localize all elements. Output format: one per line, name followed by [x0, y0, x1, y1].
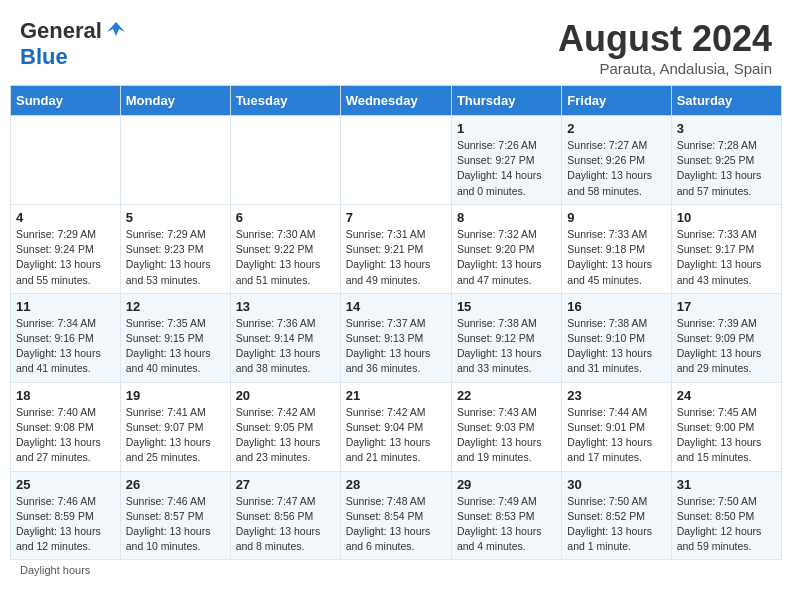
- day-info: Sunrise: 7:48 AMSunset: 8:54 PMDaylight:…: [346, 494, 446, 555]
- day-cell-12: 12Sunrise: 7:35 AMSunset: 9:15 PMDayligh…: [120, 293, 230, 382]
- day-info: Sunrise: 7:38 AMSunset: 9:12 PMDaylight:…: [457, 316, 556, 377]
- footer-note: Daylight hours: [10, 560, 782, 580]
- day-info: Sunrise: 7:42 AMSunset: 9:04 PMDaylight:…: [346, 405, 446, 466]
- logo: General: [20, 18, 127, 44]
- day-cell-22: 22Sunrise: 7:43 AMSunset: 9:03 PMDayligh…: [451, 382, 561, 471]
- day-cell-20: 20Sunrise: 7:42 AMSunset: 9:05 PMDayligh…: [230, 382, 340, 471]
- month-title: August 2024: [558, 18, 772, 60]
- day-number: 26: [126, 477, 225, 492]
- day-number: 23: [567, 388, 665, 403]
- weekday-header-wednesday: Wednesday: [340, 86, 451, 116]
- day-number: 6: [236, 210, 335, 225]
- day-info: Sunrise: 7:31 AMSunset: 9:21 PMDaylight:…: [346, 227, 446, 288]
- day-cell-30: 30Sunrise: 7:50 AMSunset: 8:52 PMDayligh…: [562, 471, 671, 560]
- day-cell-14: 14Sunrise: 7:37 AMSunset: 9:13 PMDayligh…: [340, 293, 451, 382]
- day-number: 17: [677, 299, 776, 314]
- svg-marker-0: [107, 22, 125, 36]
- day-number: 22: [457, 388, 556, 403]
- day-number: 15: [457, 299, 556, 314]
- day-info: Sunrise: 7:34 AMSunset: 9:16 PMDaylight:…: [16, 316, 115, 377]
- weekday-header-saturday: Saturday: [671, 86, 781, 116]
- day-cell-3: 3Sunrise: 7:28 AMSunset: 9:25 PMDaylight…: [671, 116, 781, 205]
- day-cell-11: 11Sunrise: 7:34 AMSunset: 9:16 PMDayligh…: [11, 293, 121, 382]
- day-number: 30: [567, 477, 665, 492]
- week-row-3: 11Sunrise: 7:34 AMSunset: 9:16 PMDayligh…: [11, 293, 782, 382]
- day-number: 14: [346, 299, 446, 314]
- day-cell-25: 25Sunrise: 7:46 AMSunset: 8:59 PMDayligh…: [11, 471, 121, 560]
- logo-area: General Blue: [20, 18, 127, 70]
- day-info: Sunrise: 7:46 AMSunset: 8:57 PMDaylight:…: [126, 494, 225, 555]
- day-cell-6: 6Sunrise: 7:30 AMSunset: 9:22 PMDaylight…: [230, 204, 340, 293]
- day-number: 29: [457, 477, 556, 492]
- day-info: Sunrise: 7:33 AMSunset: 9:17 PMDaylight:…: [677, 227, 776, 288]
- day-info: Sunrise: 7:38 AMSunset: 9:10 PMDaylight:…: [567, 316, 665, 377]
- day-cell-31: 31Sunrise: 7:50 AMSunset: 8:50 PMDayligh…: [671, 471, 781, 560]
- day-info: Sunrise: 7:42 AMSunset: 9:05 PMDaylight:…: [236, 405, 335, 466]
- day-number: 16: [567, 299, 665, 314]
- day-cell-18: 18Sunrise: 7:40 AMSunset: 9:08 PMDayligh…: [11, 382, 121, 471]
- day-cell-21: 21Sunrise: 7:42 AMSunset: 9:04 PMDayligh…: [340, 382, 451, 471]
- day-cell-23: 23Sunrise: 7:44 AMSunset: 9:01 PMDayligh…: [562, 382, 671, 471]
- weekday-header-row: SundayMondayTuesdayWednesdayThursdayFrid…: [11, 86, 782, 116]
- day-info: Sunrise: 7:32 AMSunset: 9:20 PMDaylight:…: [457, 227, 556, 288]
- day-number: 10: [677, 210, 776, 225]
- calendar-table: SundayMondayTuesdayWednesdayThursdayFrid…: [10, 85, 782, 560]
- week-row-1: 1Sunrise: 7:26 AMSunset: 9:27 PMDaylight…: [11, 116, 782, 205]
- week-row-2: 4Sunrise: 7:29 AMSunset: 9:24 PMDaylight…: [11, 204, 782, 293]
- title-area: August 2024 Parauta, Andalusia, Spain: [558, 18, 772, 77]
- weekday-header-thursday: Thursday: [451, 86, 561, 116]
- day-info: Sunrise: 7:50 AMSunset: 8:52 PMDaylight:…: [567, 494, 665, 555]
- weekday-header-friday: Friday: [562, 86, 671, 116]
- subtitle: Parauta, Andalusia, Spain: [558, 60, 772, 77]
- day-cell-16: 16Sunrise: 7:38 AMSunset: 9:10 PMDayligh…: [562, 293, 671, 382]
- day-cell-27: 27Sunrise: 7:47 AMSunset: 8:56 PMDayligh…: [230, 471, 340, 560]
- day-info: Sunrise: 7:29 AMSunset: 9:23 PMDaylight:…: [126, 227, 225, 288]
- day-info: Sunrise: 7:35 AMSunset: 9:15 PMDaylight:…: [126, 316, 225, 377]
- day-info: Sunrise: 7:40 AMSunset: 9:08 PMDaylight:…: [16, 405, 115, 466]
- day-info: Sunrise: 7:36 AMSunset: 9:14 PMDaylight:…: [236, 316, 335, 377]
- logo-bird: [105, 18, 127, 44]
- week-row-4: 18Sunrise: 7:40 AMSunset: 9:08 PMDayligh…: [11, 382, 782, 471]
- weekday-header-sunday: Sunday: [11, 86, 121, 116]
- day-number: 5: [126, 210, 225, 225]
- day-number: 27: [236, 477, 335, 492]
- day-number: 7: [346, 210, 446, 225]
- day-info: Sunrise: 7:33 AMSunset: 9:18 PMDaylight:…: [567, 227, 665, 288]
- logo-general: General: [20, 18, 102, 44]
- day-cell-2: 2Sunrise: 7:27 AMSunset: 9:26 PMDaylight…: [562, 116, 671, 205]
- day-cell-10: 10Sunrise: 7:33 AMSunset: 9:17 PMDayligh…: [671, 204, 781, 293]
- day-info: Sunrise: 7:27 AMSunset: 9:26 PMDaylight:…: [567, 138, 665, 199]
- header: General Blue August 2024 Parauta, Andalu…: [10, 10, 782, 81]
- day-cell-28: 28Sunrise: 7:48 AMSunset: 8:54 PMDayligh…: [340, 471, 451, 560]
- day-number: 2: [567, 121, 665, 136]
- day-info: Sunrise: 7:45 AMSunset: 9:00 PMDaylight:…: [677, 405, 776, 466]
- day-cell-empty-0-3: [340, 116, 451, 205]
- logo-blue: Blue: [20, 44, 68, 69]
- day-cell-15: 15Sunrise: 7:38 AMSunset: 9:12 PMDayligh…: [451, 293, 561, 382]
- day-info: Sunrise: 7:44 AMSunset: 9:01 PMDaylight:…: [567, 405, 665, 466]
- week-row-5: 25Sunrise: 7:46 AMSunset: 8:59 PMDayligh…: [11, 471, 782, 560]
- day-number: 24: [677, 388, 776, 403]
- day-cell-empty-0-1: [120, 116, 230, 205]
- day-info: Sunrise: 7:39 AMSunset: 9:09 PMDaylight:…: [677, 316, 776, 377]
- day-number: 20: [236, 388, 335, 403]
- day-info: Sunrise: 7:26 AMSunset: 9:27 PMDaylight:…: [457, 138, 556, 199]
- weekday-header-tuesday: Tuesday: [230, 86, 340, 116]
- weekday-header-monday: Monday: [120, 86, 230, 116]
- day-cell-19: 19Sunrise: 7:41 AMSunset: 9:07 PMDayligh…: [120, 382, 230, 471]
- day-number: 18: [16, 388, 115, 403]
- day-info: Sunrise: 7:46 AMSunset: 8:59 PMDaylight:…: [16, 494, 115, 555]
- day-number: 12: [126, 299, 225, 314]
- logo-blue-text: Blue: [20, 44, 68, 70]
- day-number: 11: [16, 299, 115, 314]
- day-cell-17: 17Sunrise: 7:39 AMSunset: 9:09 PMDayligh…: [671, 293, 781, 382]
- daylight-label: Daylight hours: [20, 564, 90, 576]
- day-info: Sunrise: 7:29 AMSunset: 9:24 PMDaylight:…: [16, 227, 115, 288]
- day-info: Sunrise: 7:43 AMSunset: 9:03 PMDaylight:…: [457, 405, 556, 466]
- day-cell-empty-0-2: [230, 116, 340, 205]
- day-cell-8: 8Sunrise: 7:32 AMSunset: 9:20 PMDaylight…: [451, 204, 561, 293]
- day-number: 21: [346, 388, 446, 403]
- day-number: 1: [457, 121, 556, 136]
- day-cell-9: 9Sunrise: 7:33 AMSunset: 9:18 PMDaylight…: [562, 204, 671, 293]
- day-number: 4: [16, 210, 115, 225]
